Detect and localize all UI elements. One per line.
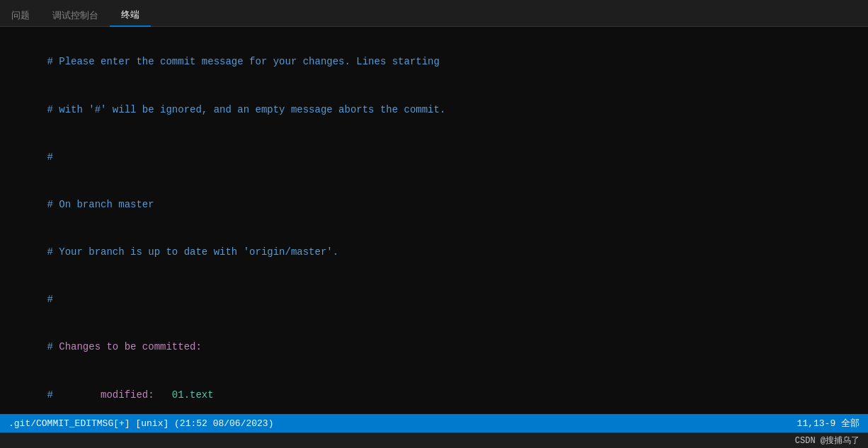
- hash-symbol: #: [47, 294, 52, 305]
- tab-terminal[interactable]: 终端: [110, 4, 151, 27]
- hash-symbol: #: [47, 199, 59, 210]
- status-left: .git/COMMIT_EDITMSG[+] [unix] (21:52 08/…: [8, 418, 273, 429]
- status-position: 11,13-9 全部: [797, 417, 860, 430]
- hash-symbol: #: [47, 151, 52, 163]
- modified-file: 01.text: [154, 389, 214, 401]
- terminal-line-5: # Your branch is up to date with 'origin…: [11, 229, 857, 276]
- tab-bar: 问题 调试控制台 终端: [0, 0, 868, 27]
- terminal-line-1: # Please enter the commit message for yo…: [11, 38, 857, 86]
- modified-label: modified:: [53, 389, 154, 401]
- hash-symbol: #: [47, 389, 52, 401]
- terminal-line-4: # On branch master: [11, 181, 857, 229]
- terminal-line-7: # Changes to be committed:: [11, 323, 857, 371]
- terminal-content: # Please enter the commit message for yo…: [11, 38, 857, 414]
- hash-symbol: #: [47, 56, 59, 67]
- hash-symbol: #: [47, 104, 59, 115]
- line-text: with '#' will be ignored, and an empty m…: [59, 104, 445, 115]
- hash-symbol: #: [47, 246, 59, 258]
- terminal-line-2: # with '#' will be ignored, and an empty…: [11, 86, 857, 133]
- cursor-line: CSDN @搜捕乌了: [795, 433, 860, 449]
- line-text: On branch master: [59, 199, 154, 210]
- terminal-line-8: # modified: 01.text: [11, 371, 857, 414]
- line-text: Your branch is up to date with 'origin/m…: [59, 246, 338, 258]
- terminal-line-6: #: [11, 276, 857, 323]
- tab-problems[interactable]: 问题: [0, 5, 41, 26]
- status-file: .git/COMMIT_EDITMSG[+] [unix] (21:52 08/…: [8, 418, 273, 429]
- hash-symbol-changes: #: [47, 341, 59, 352]
- tab-debug-console[interactable]: 调试控制台: [41, 5, 110, 26]
- line-text: Please enter the commit message for your…: [59, 56, 440, 67]
- status-bar: .git/COMMIT_EDITMSG[+] [unix] (21:52 08/…: [0, 414, 868, 432]
- attribution-text: CSDN @搜捕乌了: [795, 435, 860, 447]
- bottom-bar: CSDN @搜捕乌了: [0, 432, 868, 448]
- terminal-body: # Please enter the commit message for yo…: [0, 27, 868, 414]
- terminal-line-3: #: [11, 133, 857, 180]
- changes-label: Changes to be committed:: [59, 341, 202, 352]
